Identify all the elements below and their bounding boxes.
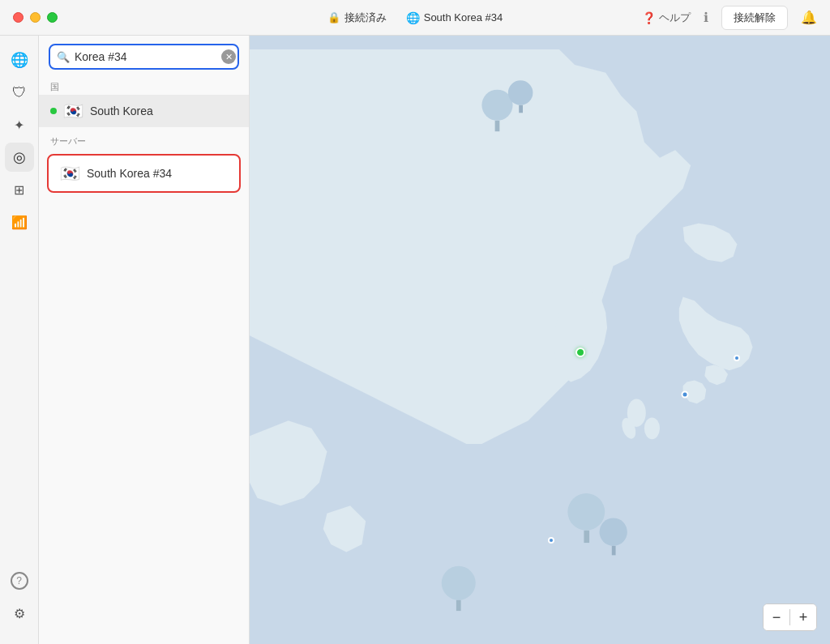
server-flag: 🇰🇷 [60,164,80,183]
help-circle-icon: ❓ [642,11,656,24]
disconnect-label: 接続解除 [734,11,776,23]
connection-status: 🔒 接続済み [327,11,387,25]
server-section-label: サーバー [39,127,249,149]
titlebar-location: 🌐 South Korea #34 [406,11,503,24]
svg-rect-5 [495,121,500,131]
zoom-out-button[interactable]: − [764,604,789,630]
map-svg [250,36,830,644]
server-dot-1 [682,391,689,399]
svg-point-4 [481,90,512,121]
server-list-item[interactable]: 🇰🇷 South Korea #34 [47,154,241,193]
connection-lock-icon: 🔒 [327,11,340,23]
globe-small-icon: 🌐 [406,11,420,24]
country-section-label: 国 [39,78,249,95]
target-nav-icon: ◎ [13,148,26,166]
window-controls [13,12,58,23]
sidebar-help-button[interactable]: ? [5,566,34,595]
svg-rect-7 [519,105,523,113]
sidebar-icons: 🌐 🛡 ✦ ◎ ⊞ 📶 ? ⚙ [0,36,39,644]
titlebar-right: ❓ ヘルプ ℹ 接続解除 🔔 [642,6,817,30]
globe-nav-icon: 🌐 [11,51,28,69]
search-icon: 🔍 [57,51,70,63]
country-flag: 🇰🇷 [63,101,83,121]
svg-point-2 [644,417,660,439]
app-body: 🌐 🛡 ✦ ◎ ⊞ 📶 ? ⚙ 🔍 [0,36,830,644]
server-name: South Korea #34 [87,167,172,180]
search-input-wrapper: 🔍 ✕ [49,44,239,70]
search-clear-button[interactable]: ✕ [221,49,236,64]
sidebar-bottom: ? ⚙ [5,566,34,634]
search-area: 🔍 ✕ [39,36,249,78]
connection-status-text: 接続済み [344,11,387,25]
svg-rect-11 [612,546,616,555]
country-name: South Korea [90,104,153,117]
svg-rect-9 [584,531,589,543]
notification-bell-button[interactable]: 🔔 [801,10,817,25]
active-server-dot [575,348,585,357]
info-circle-icon: ℹ [704,10,708,25]
server-dot-3 [548,537,554,544]
sidebar-layers-button[interactable]: ⊞ [5,175,34,204]
info-button[interactable]: ℹ [704,10,708,25]
minimize-button[interactable] [30,12,41,23]
country-list-item[interactable]: 🇰🇷 South Korea [39,95,249,127]
search-input[interactable] [75,50,216,63]
svg-point-8 [567,493,605,531]
help-button[interactable]: ❓ ヘルプ [642,11,691,25]
sidebar-network-button[interactable]: ✦ [5,110,34,139]
svg-point-6 [508,80,533,105]
country-connected-dot [50,108,57,114]
titlebar: 🔒 接続済み 🌐 South Korea #34 ❓ ヘルプ ℹ 接続解除 🔔 [0,0,830,36]
server-dot-2 [734,355,740,361]
svg-point-12 [442,566,476,600]
minus-icon: − [772,609,781,626]
network-nav-icon: ✦ [14,117,24,133]
zoom-controls: − + [763,603,817,631]
svg-point-10 [600,518,627,546]
maximize-button[interactable] [47,12,58,23]
disconnect-button[interactable]: 接続解除 [721,6,788,30]
chart-nav-icon: 📶 [11,215,28,230]
sidebar-target-button[interactable]: ◎ [5,143,34,172]
sidebar-chart-button[interactable]: 📶 [5,207,34,237]
close-button[interactable] [13,12,24,23]
map-area: − + [250,36,830,644]
plus-icon: + [799,609,808,626]
settings-nav-icon: ⚙ [14,606,25,621]
svg-rect-13 [456,600,461,611]
help-nav-icon: ? [11,572,28,590]
help-label: ヘルプ [659,11,691,25]
shield-nav-icon: 🛡 [12,84,27,101]
server-panel: 🔍 ✕ 国 🇰🇷 South Korea サーバー 🇰🇷 South Korea… [39,36,250,644]
sidebar-globe-button[interactable]: 🌐 [5,45,34,75]
titlebar-center: 🔒 接続済み 🌐 South Korea #34 [327,11,503,25]
zoom-in-button[interactable]: + [790,604,816,630]
bell-icon: 🔔 [801,11,817,24]
sidebar-shield-button[interactable]: 🛡 [5,78,34,107]
sidebar-settings-button[interactable]: ⚙ [5,599,34,628]
layers-nav-icon: ⊞ [14,182,24,198]
location-text: South Korea #34 [424,11,503,23]
